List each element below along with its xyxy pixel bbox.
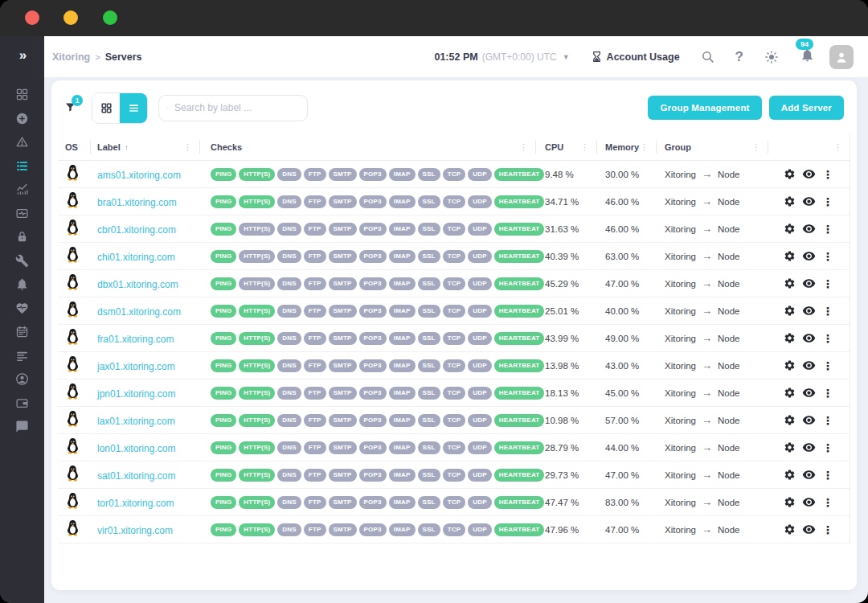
sidebar-item-notifications[interactable] (10, 277, 35, 291)
row-menu-kebab-icon[interactable]: ⋮ (822, 333, 833, 344)
row-menu-kebab-icon[interactable]: ⋮ (822, 497, 833, 508)
settings-gear-icon[interactable] (784, 277, 796, 289)
settings-gear-icon[interactable] (784, 523, 796, 535)
view-eye-icon[interactable] (802, 413, 816, 427)
sidebar-item-account[interactable] (10, 372, 35, 386)
view-eye-icon[interactable] (802, 249, 816, 263)
sidebar-item-metrics[interactable] (10, 183, 35, 196)
table-row[interactable]: chi01.xitoring.comPINGHTTP(S)DNSFTPSMTPP… (58, 243, 850, 270)
sidebar-item-support[interactable] (10, 420, 35, 433)
add-server-button[interactable]: Add Server (769, 96, 844, 120)
column-menu-kebab-icon[interactable]: ⋮ (580, 142, 589, 153)
server-label-link[interactable]: fra01.xitoring.com (97, 334, 174, 345)
view-eye-icon[interactable] (802, 195, 816, 208)
sidebar-item-billing[interactable] (10, 396, 35, 410)
server-label-link[interactable]: jax01.xitoring.com (97, 361, 175, 372)
column-menu-kebab-icon[interactable]: ⋮ (833, 142, 842, 153)
account-usage-button[interactable]: Account Usage (591, 51, 680, 63)
table-row[interactable]: tor01.xitoring.comPINGHTTP(S)DNSFTPSMTPP… (58, 489, 850, 516)
row-menu-kebab-icon[interactable]: ⋮ (822, 415, 833, 426)
sidebar-item-uptime[interactable] (10, 302, 35, 315)
settings-gear-icon[interactable] (784, 168, 796, 180)
column-menu-kebab-icon[interactable]: ⋮ (751, 142, 760, 153)
server-label-link[interactable]: cbr01.xitoring.com (97, 224, 176, 236)
view-eye-icon[interactable] (802, 167, 816, 181)
column-menu-kebab-icon[interactable]: ⋮ (640, 142, 649, 153)
settings-gear-icon[interactable] (784, 250, 796, 262)
filter-funnel-icon[interactable]: 1 (64, 101, 76, 117)
settings-gear-icon[interactable] (784, 359, 796, 371)
sidebar-item-status-pages[interactable] (10, 207, 35, 220)
row-menu-kebab-icon[interactable]: ⋮ (822, 278, 833, 289)
table-row[interactable]: fra01.xitoring.comPINGHTTP(S)DNSFTPSMTPP… (58, 325, 850, 352)
settings-gear-icon[interactable] (784, 496, 796, 508)
sidebar-item-logs[interactable] (10, 349, 35, 363)
help-icon[interactable]: ? (735, 49, 743, 65)
settings-gear-icon[interactable] (784, 305, 796, 317)
close-window-button[interactable] (25, 10, 39, 25)
row-menu-kebab-icon[interactable]: ⋮ (822, 470, 833, 481)
server-label-link[interactable]: dsm01.xitoring.com (97, 306, 181, 318)
grid-view-button[interactable] (92, 93, 120, 123)
column-menu-kebab-icon[interactable]: ⋮ (183, 142, 192, 153)
server-label-link[interactable]: chi01.xitoring.com (97, 252, 175, 263)
timezone-caret-icon[interactable]: ▼ (563, 53, 570, 61)
table-row[interactable]: lon01.xitoring.comPINGHTTP(S)DNSFTPSMTPP… (58, 434, 850, 461)
settings-gear-icon[interactable] (784, 223, 796, 235)
table-row[interactable]: sat01.xitoring.comPINGHTTP(S)DNSFTPSMTPP… (58, 461, 850, 489)
server-label-link[interactable]: tor01.xitoring.com (97, 498, 174, 509)
row-menu-kebab-icon[interactable]: ⋮ (822, 306, 833, 317)
server-label-link[interactable]: sat01.xitoring.com (97, 470, 175, 482)
column-header-cpu[interactable]: CPU⋮ (535, 134, 596, 160)
sidebar-expand-icon[interactable]: » (19, 47, 25, 64)
list-view-button[interactable] (120, 93, 147, 123)
notifications-bell-icon[interactable]: 94 (800, 47, 815, 66)
sidebar-item-security[interactable] (10, 230, 35, 244)
user-avatar[interactable] (829, 45, 854, 69)
server-label-link[interactable]: jpn01.xitoring.com (97, 388, 175, 400)
breadcrumb-root[interactable]: Xitoring (52, 51, 90, 63)
search-input[interactable] (174, 102, 299, 113)
sidebar-item-calendar[interactable] (10, 325, 35, 338)
row-menu-kebab-icon[interactable]: ⋮ (822, 442, 833, 453)
view-eye-icon[interactable] (802, 304, 816, 318)
group-management-button[interactable]: Group Management (648, 96, 761, 120)
view-eye-icon[interactable] (802, 468, 816, 482)
column-header-group[interactable]: Group⋮ (656, 134, 768, 160)
table-row[interactable]: jpn01.xitoring.comPINGHTTP(S)DNSFTPSMTPP… (58, 379, 850, 407)
table-row[interactable]: bra01.xitoring.comPINGHTTP(S)DNSFTPSMTPP… (58, 188, 850, 215)
view-eye-icon[interactable] (802, 386, 816, 400)
column-header-os[interactable]: OS (58, 134, 90, 160)
sidebar-item-servers[interactable] (10, 159, 35, 173)
minimize-window-button[interactable] (63, 10, 78, 25)
row-menu-kebab-icon[interactable]: ⋮ (822, 360, 833, 371)
table-row[interactable]: dbx01.xitoring.comPINGHTTP(S)DNSFTPSMTPP… (58, 270, 850, 297)
view-eye-icon[interactable] (802, 331, 816, 345)
row-menu-kebab-icon[interactable]: ⋮ (822, 196, 833, 207)
server-label-link[interactable]: dbx01.xitoring.com (97, 279, 178, 290)
view-eye-icon[interactable] (802, 523, 816, 536)
row-menu-kebab-icon[interactable]: ⋮ (822, 224, 833, 235)
table-row[interactable]: cbr01.xitoring.comPINGHTTP(S)DNSFTPSMTPP… (58, 215, 850, 243)
row-menu-kebab-icon[interactable]: ⋮ (822, 251, 833, 262)
view-eye-icon[interactable] (802, 277, 816, 290)
view-eye-icon[interactable] (802, 441, 816, 454)
view-eye-icon[interactable] (802, 222, 816, 236)
settings-gear-icon[interactable] (784, 332, 796, 344)
search-icon[interactable] (701, 50, 714, 64)
view-eye-icon[interactable] (802, 495, 816, 509)
column-header-memory[interactable]: Memory⋮ (596, 134, 656, 160)
settings-gear-icon[interactable] (784, 414, 796, 426)
maximize-window-button[interactable] (103, 10, 117, 25)
server-label-link[interactable]: vir01.xitoring.com (97, 525, 173, 536)
sidebar-item-tools[interactable] (10, 254, 35, 268)
row-menu-kebab-icon[interactable]: ⋮ (822, 524, 833, 535)
theme-sun-icon[interactable] (764, 50, 779, 64)
sidebar-item-dashboard[interactable] (10, 88, 35, 101)
server-label-link[interactable]: lon01.xitoring.com (97, 443, 175, 454)
row-menu-kebab-icon[interactable]: ⋮ (822, 169, 833, 180)
table-row[interactable]: ams01.xitoring.comPINGHTTP(S)DNSFTPSMTPP… (58, 161, 850, 188)
table-row[interactable]: dsm01.xitoring.comPINGHTTP(S)DNSFTPSMTPP… (58, 297, 850, 325)
settings-gear-icon[interactable] (784, 387, 796, 399)
sidebar-item-add[interactable] (10, 112, 35, 125)
